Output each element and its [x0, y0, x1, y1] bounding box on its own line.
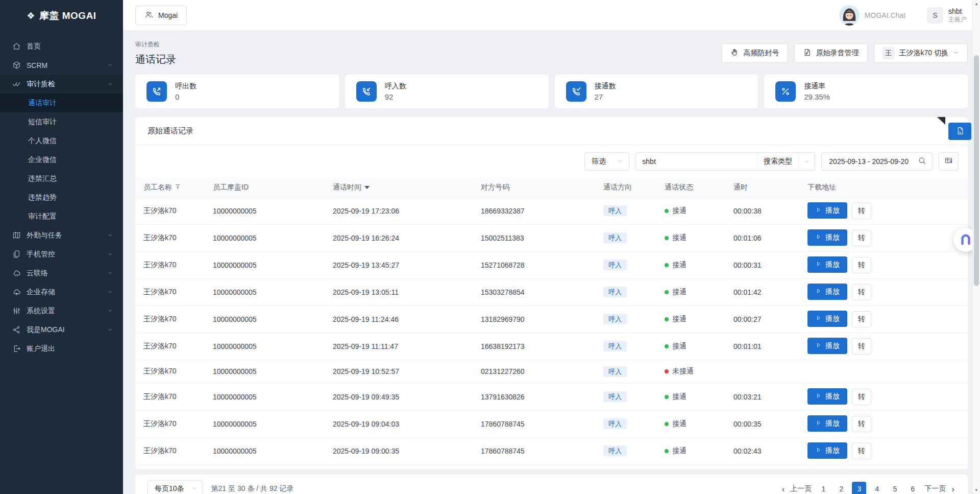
export-button[interactable] — [948, 123, 971, 140]
table-row: 王汐洛k70100000000052025-09-19 09:49:351379… — [135, 383, 968, 410]
sidebar-subitem[interactable]: 短信审计 — [0, 112, 123, 131]
download-cell: 播放转 — [801, 278, 968, 305]
column-header[interactable]: 员工名称 — [135, 178, 207, 197]
topbar-right: MOGAI.Chat S shbt 主账户 — [839, 5, 967, 26]
scrollbar-thumb[interactable] — [974, 55, 979, 286]
filter-icon[interactable] — [175, 183, 182, 192]
date-range-input[interactable]: 2025-09-13 - 2025-09-20 — [822, 157, 912, 166]
workspace-button[interactable]: Mogai — [135, 6, 187, 25]
sidebar-item-9[interactable]: 我是MOGAI — [0, 320, 123, 339]
table-row: 王汐洛k70100000000052025-09-19 17:23:061866… — [135, 197, 968, 224]
download-cell: 播放转 — [801, 224, 968, 251]
search-input[interactable] — [636, 153, 757, 170]
page-number-button[interactable]: 3 — [852, 482, 866, 494]
play-button[interactable]: 播放 — [807, 415, 847, 432]
status-dot-icon — [665, 422, 669, 426]
sidebar-item-label: 审计质检 — [27, 80, 102, 89]
sidebar-subitem[interactable]: 违禁汇总 — [0, 169, 123, 188]
sidebar-item-10[interactable]: 账户退出 — [0, 339, 123, 358]
play-label: 播放 — [825, 206, 840, 215]
page-number-button[interactable]: 1 — [816, 482, 830, 494]
play-button[interactable]: 播放 — [807, 311, 847, 327]
play-button[interactable]: 播放 — [807, 202, 847, 219]
column-header[interactable]: 通话时间 — [327, 178, 475, 197]
page-number-button[interactable]: 2 — [834, 482, 848, 494]
audio-file-icon — [803, 48, 812, 58]
search-type-select[interactable]: 搜索类型 — [757, 153, 798, 170]
search-button[interactable] — [912, 153, 932, 170]
page-number-button[interactable]: 4 — [870, 482, 884, 494]
play-label: 播放 — [825, 392, 840, 401]
sidebar-item-label: 首页 — [27, 42, 113, 51]
app-root: ❖ 摩盖 MOGAI 首页SCRM审计质检通话审计短信审计个人微信企业微信违禁汇… — [0, 0, 980, 494]
play-button[interactable]: 播放 — [807, 284, 847, 300]
play-button[interactable]: 播放 — [807, 338, 847, 354]
next-page-button[interactable]: 下一页 — [923, 484, 947, 493]
account-role: 主账户 — [948, 16, 967, 23]
column-label: 员工摩盖ID — [213, 183, 249, 192]
sidebar-item-1[interactable]: 首页 — [0, 37, 123, 56]
next-arrow-icon[interactable]: › — [950, 485, 955, 493]
sidebar-subitem[interactable]: 企业微信 — [0, 150, 123, 169]
sidebar-item-2[interactable]: SCRM — [0, 56, 123, 75]
sidebar-item-8[interactable]: 系统设置 — [0, 301, 123, 320]
sidebar-item-7[interactable]: 企业存储 — [0, 283, 123, 301]
action-button[interactable]: 高频防封号 — [722, 43, 788, 63]
prev-page-button[interactable]: 上一页 — [789, 484, 813, 493]
sidebar-item-3[interactable]: 审计质检 — [0, 75, 123, 93]
play-icon — [815, 288, 822, 296]
scroll-up-icon[interactable]: ▲ — [973, 2, 980, 6]
sidebar-item-4[interactable]: 外勤与任务 — [0, 226, 123, 245]
column-header: 下载地址 — [801, 178, 968, 197]
logo-text: 摩盖 MOGAI — [39, 9, 96, 22]
status-dot-icon — [665, 395, 669, 399]
account-name: shbt — [948, 7, 967, 16]
transfer-button[interactable]: 转 — [852, 284, 871, 300]
sidebar-item-5[interactable]: 手机管控 — [0, 245, 123, 264]
transfer-button[interactable]: 转 — [852, 443, 871, 459]
table-body: 王汐洛k70100000000052025-09-19 17:23:061866… — [135, 197, 968, 464]
chevron-down-icon — [107, 231, 113, 240]
chevron-down-icon — [107, 326, 113, 334]
sidebar-item-6[interactable]: 云联络 — [0, 264, 123, 283]
play-button[interactable]: 播放 — [807, 229, 847, 246]
play-button[interactable]: 播放 — [807, 256, 847, 273]
status-badge: 接通 — [665, 315, 687, 324]
column-settings-button[interactable] — [939, 152, 959, 171]
avatar[interactable] — [839, 5, 860, 26]
filter-select[interactable]: 筛选 — [584, 152, 629, 171]
action-button[interactable]: 王王汐洛k70 切换 — [874, 43, 968, 63]
transfer-button[interactable]: 转 — [852, 311, 871, 327]
account[interactable]: S shbt 主账户 — [927, 7, 967, 24]
play-button[interactable]: 播放 — [807, 442, 847, 459]
status-dot-icon — [665, 236, 669, 240]
prev-arrow-icon[interactable]: ‹ — [781, 485, 786, 493]
table-row: 王汐洛k70100000000052025-09-19 09:00:351786… — [135, 437, 968, 464]
sort-caret-icon[interactable] — [364, 186, 370, 189]
chevron-down-icon — [107, 61, 113, 69]
employee-name-cell: 王汐洛k70 — [135, 251, 207, 278]
employee-id-cell: 10000000005 — [207, 278, 327, 305]
status-dot-icon — [665, 209, 669, 213]
action-button[interactable]: 原始录音管理 — [794, 43, 868, 63]
sidebar-subitem[interactable]: 违禁趋势 — [0, 188, 123, 207]
page-number-button[interactable]: 5 — [888, 482, 902, 494]
direction-tag: 呼入 — [603, 232, 627, 243]
phone-number-cell: 02131227260 — [475, 360, 597, 383]
transfer-button[interactable]: 转 — [852, 230, 871, 246]
play-button[interactable]: 播放 — [807, 388, 847, 405]
transfer-button[interactable]: 转 — [852, 257, 871, 273]
sidebar-subitem[interactable]: 个人微信 — [0, 131, 123, 150]
transfer-button[interactable]: 转 — [852, 338, 871, 355]
chevron-down-icon[interactable] — [798, 153, 815, 170]
scroll-down-icon[interactable]: ▼ — [973, 488, 980, 492]
page-size-select[interactable]: 每页10条 — [148, 480, 203, 494]
transfer-button[interactable]: 转 — [852, 203, 871, 219]
sidebar-subitem[interactable]: 通话审计 — [0, 93, 123, 112]
transfer-button[interactable]: 转 — [852, 416, 871, 432]
page-number-button[interactable]: 6 — [905, 482, 920, 494]
vertical-scrollbar[interactable]: ▲ ▼ — [972, 0, 980, 494]
transfer-button[interactable]: 转 — [852, 389, 871, 405]
sidebar-subitem[interactable]: 审计配置 — [0, 207, 123, 226]
account-chip: 王 — [883, 47, 895, 59]
